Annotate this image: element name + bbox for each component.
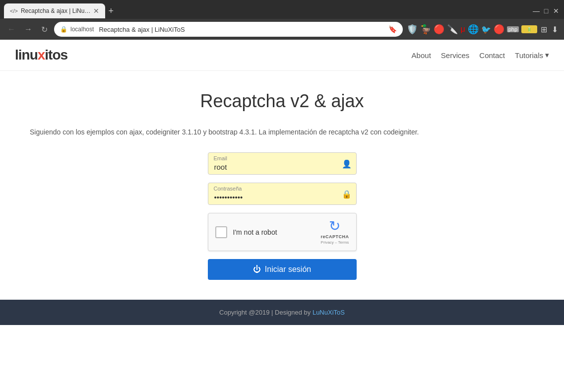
logo-itos: itos [45, 47, 67, 63]
dropdown-chevron-icon: ▾ [545, 51, 549, 60]
login-label: Iniciar sesión [265, 265, 311, 274]
tab-code-icon: </> [10, 8, 18, 14]
ext-duck-icon[interactable]: 🦆 [420, 24, 431, 35]
url-full: Recaptcha & ajax | LiNuXiToS [99, 26, 385, 33]
tab-close-button[interactable]: ✕ [93, 7, 99, 14]
ext-php-icon[interactable]: php [507, 26, 519, 32]
footer: Copyright @2019 | Designed by LuNuXiToS [0, 300, 564, 325]
recaptcha-label: I'm not a robot [233, 228, 277, 236]
nav-tutorials[interactable]: Tutorials ▾ [515, 51, 549, 60]
window-controls: — □ ✕ [532, 7, 560, 15]
ext-ublock-icon[interactable]: μ [460, 25, 465, 34]
back-button[interactable]: ← [5, 24, 18, 35]
recaptcha-logo-icon: ↻ [329, 219, 340, 233]
login-form: Email 👤 Contraseña 🔒 I'm not a robot ↻ r… [208, 152, 357, 280]
ext-bird-icon[interactable]: 🐦 [481, 25, 491, 34]
maximize-button[interactable]: □ [542, 7, 550, 15]
recaptcha-brand-text: reCAPTCHA [320, 234, 349, 239]
close-button[interactable]: ✕ [552, 7, 560, 15]
password-field-wrapper: Contraseña 🔒 [208, 183, 357, 205]
download-icon[interactable]: ⬇ [551, 24, 559, 35]
tab-bar: </> Recaptcha & ajax | LiNu… ✕ + — □ ✕ [0, 0, 564, 19]
navbar: linuxitos About Services Contact Tutoria… [0, 40, 564, 71]
page-title: Recaptcha v2 & ajax [30, 91, 534, 112]
new-tab-button[interactable]: + [108, 6, 114, 16]
ext-globe-icon[interactable]: 🌐 [468, 24, 479, 35]
ext-shield-icon[interactable]: 🛡️ [407, 24, 418, 35]
main-content: Recaptcha v2 & ajax Siguiendo con los ej… [0, 71, 564, 300]
footer-text: Copyright @2019 | Designed by [219, 309, 313, 316]
login-icon: ⏻ [253, 265, 261, 274]
email-field-wrapper: Email 👤 [208, 152, 357, 175]
description: Siguiendo con los ejemplos con ajax, cod… [30, 127, 534, 137]
recaptcha-branding: ↻ reCAPTCHA Privacy – Terms [320, 219, 349, 245]
email-label: Email [214, 155, 228, 161]
nav-about[interactable]: About [412, 51, 431, 60]
lock-field-icon: 🔒 [342, 189, 352, 198]
recaptcha-widget[interactable]: I'm not a robot ↻ reCAPTCHA Privacy – Te… [208, 213, 357, 251]
login-button[interactable]: ⏻ Iniciar sesión [208, 259, 357, 280]
active-tab[interactable]: </> Recaptcha & ajax | LiNu… ✕ [4, 3, 105, 18]
reload-button[interactable]: ↻ [39, 24, 50, 35]
lock-icon: 🔒 [60, 26, 67, 33]
nav-services[interactable]: Services [441, 51, 470, 60]
nav-links: About Services Contact Tutorials ▾ [412, 51, 549, 60]
user-icon: 👤 [342, 159, 352, 168]
forward-button[interactable]: → [22, 24, 35, 35]
bookmark-icon[interactable]: 🔖 [388, 25, 397, 33]
extensions-button[interactable]: ⊞ [540, 24, 548, 35]
address-input[interactable]: 🔒 localhost Recaptcha & ajax | LiNuXiToS… [54, 22, 403, 37]
password-label: Contraseña [214, 186, 242, 192]
email-input[interactable] [208, 152, 357, 175]
recaptcha-links: Privacy – Terms [321, 240, 349, 245]
recaptcha-checkbox[interactable] [215, 226, 227, 238]
logo-text: linu [15, 47, 38, 63]
ext-icon1[interactable]: 🔴 [434, 24, 444, 35]
recaptcha-left: I'm not a robot [215, 226, 277, 238]
ext-icon2[interactable]: 🔪 [447, 24, 458, 35]
logo-x: x [38, 47, 45, 63]
footer-link[interactable]: LuNuXiToS [313, 309, 345, 316]
battery-icon: 🔋 [521, 25, 537, 33]
address-bar: ← → ↻ 🔒 localhost Recaptcha & ajax | LiN… [0, 19, 564, 40]
minimize-button[interactable]: — [532, 7, 540, 15]
logo[interactable]: linuxitos [15, 47, 67, 63]
tab-title: Recaptcha & ajax | LiNu… [21, 7, 91, 14]
ext-red-circle-icon[interactable]: 🔴 [494, 24, 504, 35]
nav-contact[interactable]: Contact [479, 51, 505, 60]
extension-icons: 🛡️ 🦆 🔴 🔪 μ 🌐 🐦 🔴 php 🔋 ⊞ ⬇ [407, 24, 559, 35]
url-domain: localhost [70, 26, 94, 33]
website: linuxitos About Services Contact Tutoria… [0, 40, 564, 325]
browser-chrome: </> Recaptcha & ajax | LiNu… ✕ + — □ ✕ ←… [0, 0, 564, 40]
